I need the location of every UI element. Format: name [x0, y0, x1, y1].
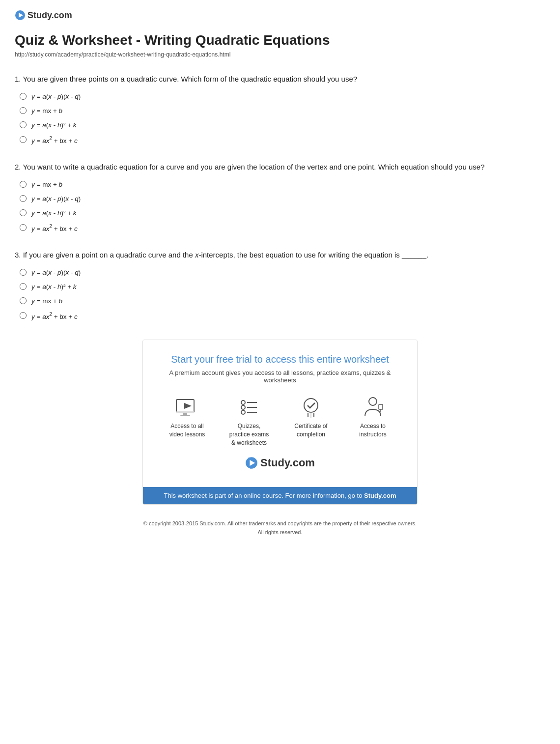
formula-q3-3: y = mx + b	[31, 297, 62, 305]
formula-q2-1: y = mx + b	[31, 181, 62, 188]
radio-q3-1[interactable]	[20, 269, 27, 276]
option-q2-1[interactable]: y = mx + b	[20, 181, 545, 188]
option-q2-4[interactable]: y = ax2 + bx + c	[20, 224, 545, 232]
radio-q2-2[interactable]	[20, 195, 27, 202]
cta-logo-text: Study.com	[260, 457, 315, 469]
cta-bottom-bar[interactable]: This worksheet is part of an online cour…	[143, 487, 417, 504]
formula-q2-2: y = a(x - p)(x - q)	[31, 195, 81, 202]
formula-q3-2: y = a(x - h)² + k	[31, 283, 77, 290]
svg-rect-3	[176, 411, 194, 413]
svg-rect-4	[183, 413, 187, 415]
questions-container: 1. You are given three points on a quadr…	[15, 74, 545, 320]
svg-point-9	[241, 410, 245, 414]
svg-point-17	[369, 398, 377, 405]
question-block-3: 3. If you are given a point on a quadrat…	[15, 250, 545, 320]
question-text-1: 1. You are given three points on a quadr…	[15, 74, 545, 85]
study-com-logo-icon	[15, 10, 26, 21]
formula-q1-3: y = a(x - h)² + k	[31, 121, 77, 129]
page-url: http://study.com/academy/practice/quiz-w…	[15, 51, 545, 58]
option-q3-1[interactable]: y = a(x - p)(x - q)	[20, 269, 545, 276]
radio-q2-1[interactable]	[20, 181, 27, 188]
radio-q1-1[interactable]	[20, 93, 27, 100]
logo-area: Study.com	[15, 10, 545, 21]
question-text-3: 3. If you are given a point on a quadrat…	[15, 250, 545, 261]
formula-q2-3: y = a(x - h)² + k	[31, 209, 77, 217]
page-title: Quiz & Worksheet - Writing Quadratic Equ…	[15, 32, 545, 48]
footer-line1: © copyright 2003-2015 Study.com. All oth…	[15, 519, 545, 528]
svg-point-13	[304, 399, 318, 412]
radio-q3-3[interactable]	[20, 297, 27, 304]
formula-q1-2: y = mx + b	[31, 107, 62, 114]
cta-bottom-bar-link[interactable]: Study.com	[364, 492, 396, 499]
question-block-2: 2. You want to write a quadratic equatio…	[15, 162, 545, 232]
svg-rect-5	[180, 415, 190, 416]
cta-container: Start your free trial to access this ent…	[142, 340, 418, 505]
cta-bottom-bar-text: This worksheet is part of an online cour…	[164, 492, 364, 499]
option-q1-3[interactable]: y = a(x - h)² + k	[20, 121, 545, 129]
formula-q2-4: y = ax2 + bx + c	[31, 224, 78, 232]
feature-item-2: Certificate of completion	[289, 396, 333, 447]
features-row: Access to all video lessons Quizzes, pra…	[158, 396, 402, 447]
feature-label-3: Access to instructors	[351, 422, 395, 439]
formula-q1-4: y = ax2 + bx + c	[31, 136, 78, 144]
option-q1-4[interactable]: y = ax2 + bx + c	[20, 136, 545, 144]
option-q3-4[interactable]: y = ax2 + bx + c	[20, 312, 545, 320]
svg-point-8	[241, 405, 245, 409]
radio-q3-2[interactable]	[20, 283, 27, 290]
option-q1-2[interactable]: y = mx + b	[20, 107, 545, 114]
feature-label-0: Access to all video lessons	[165, 422, 209, 439]
radio-q1-3[interactable]	[20, 121, 27, 128]
formula-q1-1: y = a(x - p)(x - q)	[31, 93, 81, 100]
question-block-1: 1. You are given three points on a quadr…	[15, 74, 545, 144]
feature-label-1: Quizzes, practice exams & worksheets	[227, 422, 271, 447]
radio-q2-3[interactable]	[20, 209, 27, 216]
option-q2-2[interactable]: y = a(x - p)(x - q)	[20, 195, 545, 202]
logo-text: Study.com	[28, 10, 72, 21]
instructor-icon	[360, 396, 386, 418]
feature-item-1: Quizzes, practice exams & worksheets	[227, 396, 271, 447]
footer: © copyright 2003-2015 Study.com. All oth…	[15, 519, 545, 537]
svg-rect-18	[379, 404, 383, 409]
formula-q3-1: y = a(x - p)(x - q)	[31, 269, 81, 276]
video-icon	[174, 396, 200, 418]
option-q2-3[interactable]: y = a(x - h)² + k	[20, 209, 545, 217]
option-q3-3[interactable]: y = mx + b	[20, 297, 545, 305]
feature-label-2: Certificate of completion	[289, 422, 333, 439]
cta-title: Start your free trial to access this ent…	[158, 354, 402, 365]
svg-point-7	[241, 401, 245, 404]
radio-q2-4[interactable]	[20, 224, 27, 231]
svg-marker-6	[184, 403, 192, 409]
cta-logo-icon	[245, 457, 258, 469]
list-icon	[236, 396, 262, 418]
feature-item-3: Access to instructors	[351, 396, 395, 447]
cta-logo-row: Study.com	[158, 457, 402, 477]
cta-subtitle: A premium account gives you access to al…	[158, 369, 402, 384]
feature-item-0: Access to all video lessons	[165, 396, 209, 447]
certificate-icon	[298, 396, 324, 418]
question-text-2: 2. You want to write a quadratic equatio…	[15, 162, 545, 173]
option-q3-2[interactable]: y = a(x - h)² + k	[20, 283, 545, 290]
formula-q3-4: y = ax2 + bx + c	[31, 312, 78, 320]
radio-q1-2[interactable]	[20, 107, 27, 114]
radio-q1-4[interactable]	[20, 136, 27, 143]
radio-q3-4[interactable]	[20, 312, 27, 319]
footer-line2: All rights reserved.	[15, 528, 545, 537]
option-q1-1[interactable]: y = a(x - p)(x - q)	[20, 93, 545, 100]
